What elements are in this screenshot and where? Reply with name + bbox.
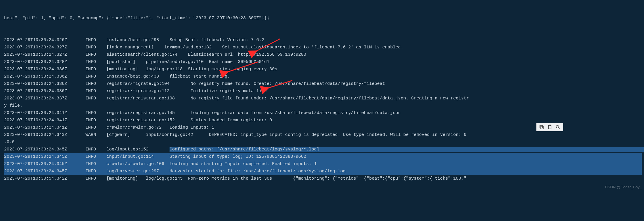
- svg-point-4: [556, 125, 559, 128]
- log-line: 2023-07-29T10:30:24.326Z INFO instance/b…: [4, 36, 642, 44]
- terminal-output[interactable]: beat", "pid": 1, "ppid": 0, "seccomp": {…: [0, 0, 644, 191]
- log-line: 2023-07-29T10:30:24.343Z WARN [cfgwarn] …: [4, 131, 642, 138]
- log-line: 2023-07-29T10:30:24.336Z INFO registrar/…: [4, 80, 642, 87]
- svg-rect-1: [540, 125, 542, 128]
- log-line-partial: beat", "pid": 1, "ppid": 0, "seccomp": {…: [4, 15, 642, 22]
- svg-rect-0: [541, 126, 543, 129]
- paste-icon[interactable]: [547, 124, 552, 130]
- log-line: 2023-07-29T10:30:24.345Z INFO input/inpu…: [4, 153, 642, 160]
- log-line: 2023-07-29T10:30:24.336Z INFO instance/b…: [4, 73, 642, 80]
- svg-line-5: [559, 128, 560, 129]
- log-line-wrap: y file.: [4, 102, 642, 109]
- log-line: 2023-07-29T10:30:24.337Z INFO registrar/…: [4, 95, 642, 102]
- log-line: 2023-07-29T10:30:24.345Z INFO log/input.…: [4, 146, 642, 153]
- log-line: 2023-07-29T10:30:24.345Z INFO crawler/cr…: [4, 160, 642, 168]
- selection-toolbar: [536, 123, 563, 131]
- log-line: 2023-07-29T10:30:24.327Z INFO elasticsea…: [4, 51, 642, 58]
- watermark: CSDN @Coder_Boy_: [605, 183, 642, 191]
- log-line: 2023-07-29T10:30:24.336Z INFO registrar/…: [4, 87, 642, 95]
- log-line: 2023-07-29T10:30:24.336Z INFO [monitorin…: [4, 66, 642, 73]
- log-line: 2023-07-29T10:30:24.341Z INFO registrar/…: [4, 109, 642, 117]
- log-line: 2023-07-29T10:30:24.328Z INFO [publisher…: [4, 58, 642, 66]
- log-line: 2023-07-29T10:30:24.345Z INFO log/harves…: [4, 168, 642, 175]
- log-line-wrap: .0.0: [4, 138, 642, 146]
- copy-icon[interactable]: [539, 124, 544, 130]
- search-icon[interactable]: [555, 124, 561, 130]
- log-line: 2023-07-29T10:30:54.342Z INFO [monitorin…: [4, 175, 642, 182]
- log-line: 2023-07-29T10:30:24.327Z INFO [index-man…: [4, 44, 642, 51]
